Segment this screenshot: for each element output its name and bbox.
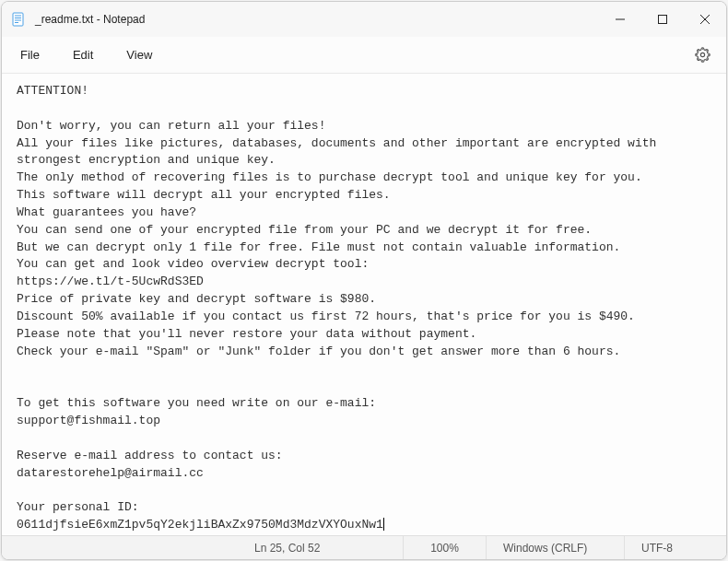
window-title: _readme.txt - Notepad: [35, 13, 599, 26]
menubar: File Edit View: [2, 37, 726, 74]
window-controls: [599, 2, 726, 37]
status-position: Ln 25, Col 52: [238, 536, 404, 559]
svg-rect-0: [13, 13, 23, 26]
menu-view[interactable]: View: [110, 42, 169, 67]
text-editor[interactable]: ATTENTION! Don't worry, you can return a…: [2, 74, 726, 535]
titlebar[interactable]: _readme.txt - Notepad: [2, 2, 726, 37]
svg-rect-6: [659, 16, 667, 24]
status-lineending: Windows (CRLF): [487, 536, 625, 559]
status-encoding: UTF-8: [625, 536, 726, 559]
notepad-window: _readme.txt - Notepad File Edit View ATT: [1, 1, 727, 560]
settings-button[interactable]: [686, 39, 719, 72]
notepad-icon: [11, 12, 26, 27]
minimize-button[interactable]: [599, 2, 641, 37]
maximize-button[interactable]: [641, 2, 684, 37]
svg-point-9: [700, 53, 704, 56]
menu-edit[interactable]: Edit: [56, 42, 110, 67]
statusbar: Ln 25, Col 52 100% Windows (CRLF) UTF-8: [2, 535, 726, 559]
status-zoom[interactable]: 100%: [404, 536, 487, 559]
close-button[interactable]: [684, 2, 726, 37]
menu-file[interactable]: File: [4, 42, 56, 67]
